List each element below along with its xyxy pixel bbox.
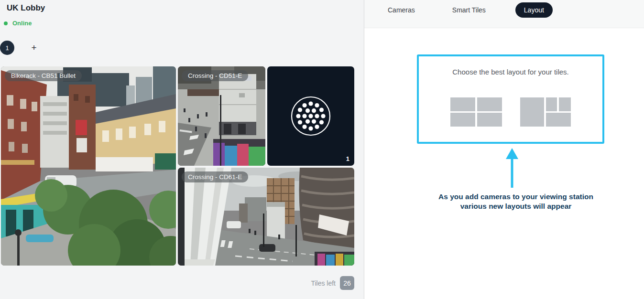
up-arrow-icon bbox=[505, 148, 519, 189]
tiles-left-count-badge: 26 bbox=[340, 276, 354, 290]
caption-line-2: various new layouts will appear bbox=[415, 202, 616, 211]
smart-tile[interactable]: 1 bbox=[267, 66, 354, 166]
layout-chooser-highlight-box: Choose the best layout for your tiles. bbox=[417, 54, 604, 144]
layout-cell bbox=[546, 113, 571, 127]
page-title: UK Lobby bbox=[7, 3, 45, 13]
layout-cell bbox=[520, 97, 544, 127]
layout-options-row bbox=[419, 97, 602, 127]
layout-cell bbox=[450, 113, 475, 127]
tab-bar: Cameras Smart Tiles Layout bbox=[380, 0, 553, 20]
page-1-button[interactable]: 1 bbox=[0, 41, 14, 55]
smart-tile-dots-icon bbox=[267, 66, 354, 166]
online-dot-icon bbox=[4, 21, 8, 25]
layout-cell bbox=[477, 97, 502, 111]
camera-feed-bikerack bbox=[1, 66, 176, 266]
camera-feed-crossing-cd51 bbox=[178, 66, 265, 166]
status-badge: Online bbox=[12, 20, 32, 27]
layout-hint-caption: As you add cameras to your viewing stati… bbox=[415, 192, 616, 211]
camera-tile-crossing-cd51[interactable]: Crossing - CD51-E bbox=[178, 66, 265, 166]
layout-cell bbox=[559, 97, 571, 111]
layout-cell bbox=[546, 97, 557, 111]
plus-icon: + bbox=[31, 43, 36, 53]
camera-name-label: Bikerack - CB51 Bullet bbox=[5, 70, 82, 81]
layout-2x2-thumbnail[interactable] bbox=[450, 97, 502, 127]
camera-name-label: Crossing - CD61-E bbox=[182, 171, 248, 182]
camera-name-label: Crossing - CD51-E bbox=[182, 70, 248, 81]
viewing-station-panel: UK Lobby Online 1 + bbox=[0, 0, 364, 299]
tiles-left-row: Tiles left 26 bbox=[311, 276, 354, 290]
caption-line-1: As you add cameras to your viewing stati… bbox=[415, 192, 616, 202]
camera-tile-crossing-cd61[interactable]: Crossing - CD61-E bbox=[178, 168, 354, 266]
tab-layout[interactable]: Layout bbox=[515, 2, 553, 18]
page-selector: 1 + bbox=[0, 41, 41, 55]
tab-cameras[interactable]: Cameras bbox=[380, 2, 423, 18]
sidebar-panel: Cameras Smart Tiles Layout Choose the be… bbox=[364, 0, 644, 299]
tiles-left-label: Tiles left bbox=[311, 279, 336, 287]
layout-prompt-text: Choose the best layout for your tiles. bbox=[419, 68, 602, 76]
viewing-station-app: UK Lobby Online 1 + bbox=[0, 0, 644, 299]
camera-tile-bikerack[interactable]: Bikerack - CB51 Bullet bbox=[1, 66, 176, 266]
tab-smart-tiles[interactable]: Smart Tiles bbox=[445, 2, 493, 18]
layout-cell bbox=[477, 113, 502, 127]
smart-tile-count-badge: 1 bbox=[346, 155, 349, 162]
layout-cell bbox=[450, 97, 475, 111]
add-page-button[interactable]: + bbox=[27, 41, 41, 55]
status-row: Online bbox=[4, 20, 32, 27]
layout-1-big-3-small-thumbnail[interactable] bbox=[520, 97, 571, 127]
